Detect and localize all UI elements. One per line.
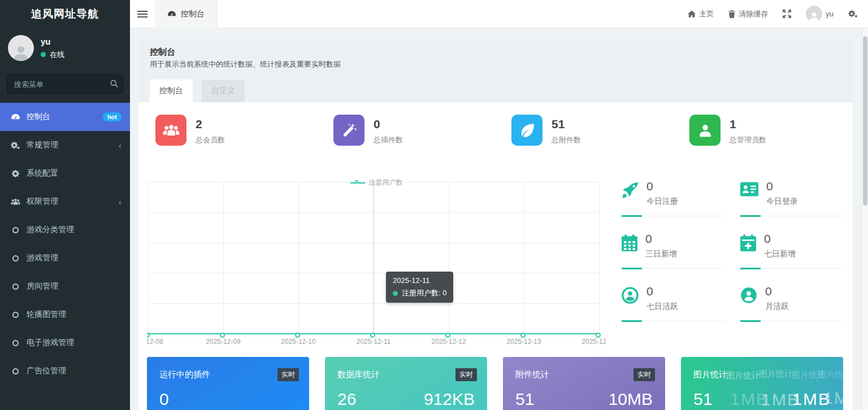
stat-label: 总管理员数 [730,135,766,145]
quick-stat-label: 今日登录 [766,197,798,207]
card-title: 数据库统计 [337,369,380,380]
card-title: 图片统计 [693,369,727,380]
sidebar-menu: 控制台 hot 常规管理 ‹ 系统配置 权限管理 ‹ 游戏分类管理 [0,103,130,385]
chart-tooltip: 2025-12-11 注册用户数: 0 [386,272,453,303]
topbar-user[interactable]: yu [806,6,834,22]
hamburger-icon[interactable] [130,0,155,28]
quick-stat-value: 0 [645,232,677,246]
quick-stat-today-register: 0 今日注册 [622,180,724,232]
sidebar-item-label: 房间管理 [27,281,58,291]
app-logo[interactable]: 追风网址导航 [0,0,130,28]
home-button[interactable]: 主页 [688,9,714,19]
sidebar-item-carousel[interactable]: 轮播图管理 [0,300,130,329]
magic-wand-icon [333,115,364,146]
sidebar-item-evideo-game[interactable]: 电子游戏管理 [0,329,130,357]
quick-stat-value: 0 [765,285,789,298]
card-value2: 1MB [792,390,831,409]
panel-body: 2 总会员数 0 总插件数 51 总附件数 1 总管理员数 [138,102,853,410]
sidebar-item-game[interactable]: 游戏管理 [0,244,130,272]
x-tick: 2025-12-14 [575,338,606,346]
tab-custom[interactable]: 自定义 [202,80,245,102]
sidebar-item-dashboard[interactable]: 控制台 hot [0,103,130,131]
stat-card-plugins: 0 总插件数 [333,115,403,146]
search-icon[interactable] [110,80,118,88]
realtime-badge: 实时 [277,368,299,381]
sidebar-item-label: 游戏管理 [27,253,58,263]
gear-icon [10,169,20,178]
tab-dashboard[interactable]: 控制台 [150,80,193,102]
tooltip-series-dot-icon [393,291,398,296]
stat-label: 总会员数 [196,135,225,145]
stat-label: 总插件数 [374,135,403,145]
quick-stat-bar [740,321,843,321]
realtime-badge: 实时 [633,368,655,381]
x-tick: 12-08 [147,338,163,346]
person-icon [809,11,819,22]
sidebar-item-label: 系统配置 [27,168,58,178]
tachometer-icon [167,10,176,18]
stat-card-members: 2 总会员数 [155,115,225,146]
id-card-icon [740,182,758,197]
data-point [596,333,601,338]
quick-stat-label: 三日新增 [645,249,677,259]
card-attachment-stats: 附件统计 实时 51 10MB [503,357,665,410]
chevron-left-icon: ‹ [119,141,121,150]
avatar [8,35,34,61]
card-value2: 10MB [609,390,653,409]
person-icon [12,44,29,61]
quick-stat-month-active: 0 月活跃 [740,285,843,337]
sidebar-item-ad-slot[interactable]: 广告位管理 [0,357,130,385]
circle-o-icon [10,312,20,318]
card-value: 26 [337,390,356,409]
quick-stat-7day-active: 0 七日活跃 [622,285,724,337]
search-input[interactable] [7,75,123,94]
sidebar-item-system-config[interactable]: 系统配置 [0,159,130,187]
data-point [147,333,150,338]
sidebar-item-permissions[interactable]: 权限管理 ‹ [0,187,130,216]
topbar-user-label: yu [826,10,834,18]
quick-stat-bar [740,216,843,216]
quick-stat-value: 0 [646,285,678,298]
rocket-icon [622,182,639,199]
user-circle-filled-icon [740,287,757,304]
topbar: 控制台 主页 清除缓存 yu [130,0,868,28]
panel-header: 控制台 用于展示当前系统中的统计数据、统计报表及重要实时数据 控制台 自定义 [138,38,853,102]
x-tick: 2025-12-12 [425,338,472,346]
data-point [295,333,300,338]
x-tick: 2025-12-10 [275,338,322,346]
quick-stat-label: 今日注册 [646,197,678,207]
clear-cache-button[interactable]: 清除缓存 [728,9,768,19]
sidebar-item-label: 权限管理 [27,197,58,207]
scrollbar-track[interactable] [861,28,868,410]
sidebar: 追风网址导航 yu 在线 控制台 hot [0,0,130,410]
stat-card-admins: 1 总管理员数 [689,115,766,146]
home-label: 主页 [699,9,714,19]
stat-value: 1 [730,117,766,131]
user-name: yu [41,37,64,46]
trash-icon [728,10,735,18]
card-title: 运行中的插件 [159,369,210,380]
scrollbar-thumb[interactable] [863,36,867,206]
stat-card-attachments: 51 总附件数 [511,115,581,146]
settings-cogs-icon[interactable] [848,10,858,18]
sidebar-item-general[interactable]: 常规管理 ‹ [0,131,130,159]
data-point [445,333,450,338]
user-panel: yu 在线 [0,28,130,69]
page-description: 用于展示当前系统中的统计数据、统计报表及重要实时数据 [150,59,341,69]
sidebar-item-label: 电子游戏管理 [27,338,74,348]
sidebar-item-label: 轮播图管理 [27,309,66,320]
circle-o-icon [10,340,20,346]
registered-users-chart: 注册用户数 12-08 2025-12-09 2025-12-10 2025-1… [147,178,606,347]
sidebar-item-room[interactable]: 房间管理 [0,272,130,300]
sidebar-item-game-category[interactable]: 游戏分类管理 [0,216,130,244]
card-database-stats: 数据库统计 实时 26 912KB [325,357,487,410]
sidebar-item-label: 广告位管理 [27,366,66,376]
cogs-icon [10,141,20,150]
clear-cache-label: 清除缓存 [739,9,768,19]
topbar-tab-dashboard[interactable]: 控制台 [155,0,218,28]
circle-o-icon [10,255,20,261]
sidebar-item-label: 常规管理 [27,140,58,150]
fullscreen-icon[interactable] [783,10,791,18]
calendar-plus-icon [740,234,756,251]
stat-label: 总附件数 [552,135,581,145]
